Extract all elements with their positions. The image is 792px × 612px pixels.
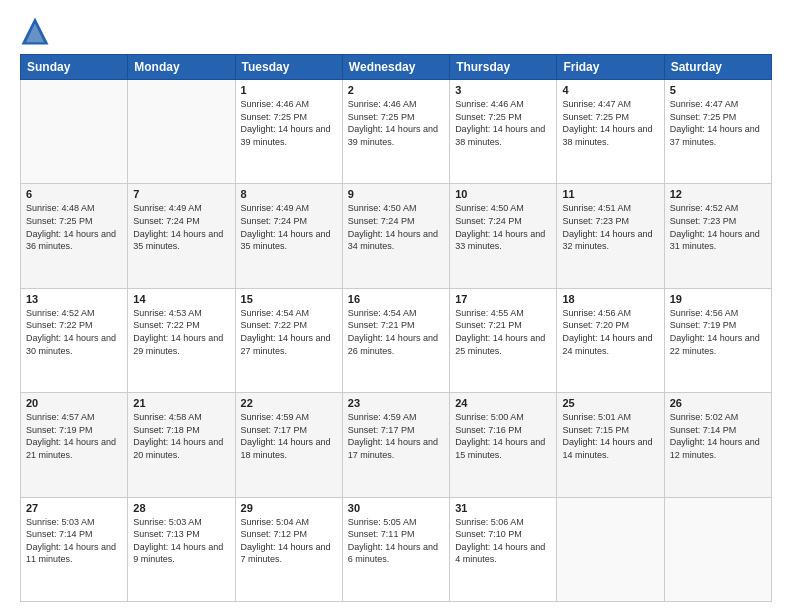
calendar: SundayMondayTuesdayWednesdayThursdayFrid… bbox=[20, 54, 772, 602]
day-info: Sunrise: 4:54 AM Sunset: 7:22 PM Dayligh… bbox=[241, 307, 337, 357]
day-cell: 12Sunrise: 4:52 AM Sunset: 7:23 PM Dayli… bbox=[664, 184, 771, 288]
day-number: 24 bbox=[455, 397, 551, 409]
header bbox=[20, 16, 772, 46]
day-info: Sunrise: 4:50 AM Sunset: 7:24 PM Dayligh… bbox=[348, 202, 444, 252]
day-number: 14 bbox=[133, 293, 229, 305]
day-cell: 11Sunrise: 4:51 AM Sunset: 7:23 PM Dayli… bbox=[557, 184, 664, 288]
day-info: Sunrise: 4:57 AM Sunset: 7:19 PM Dayligh… bbox=[26, 411, 122, 461]
day-cell: 28Sunrise: 5:03 AM Sunset: 7:13 PM Dayli… bbox=[128, 497, 235, 601]
day-cell: 20Sunrise: 4:57 AM Sunset: 7:19 PM Dayli… bbox=[21, 393, 128, 497]
day-number: 27 bbox=[26, 502, 122, 514]
day-cell: 17Sunrise: 4:55 AM Sunset: 7:21 PM Dayli… bbox=[450, 288, 557, 392]
col-header-tuesday: Tuesday bbox=[235, 55, 342, 80]
day-cell: 6Sunrise: 4:48 AM Sunset: 7:25 PM Daylig… bbox=[21, 184, 128, 288]
day-info: Sunrise: 4:50 AM Sunset: 7:24 PM Dayligh… bbox=[455, 202, 551, 252]
day-info: Sunrise: 5:04 AM Sunset: 7:12 PM Dayligh… bbox=[241, 516, 337, 566]
day-number: 21 bbox=[133, 397, 229, 409]
day-info: Sunrise: 4:59 AM Sunset: 7:17 PM Dayligh… bbox=[348, 411, 444, 461]
day-cell: 18Sunrise: 4:56 AM Sunset: 7:20 PM Dayli… bbox=[557, 288, 664, 392]
day-info: Sunrise: 5:02 AM Sunset: 7:14 PM Dayligh… bbox=[670, 411, 766, 461]
day-info: Sunrise: 4:56 AM Sunset: 7:20 PM Dayligh… bbox=[562, 307, 658, 357]
day-info: Sunrise: 4:56 AM Sunset: 7:19 PM Dayligh… bbox=[670, 307, 766, 357]
day-cell: 3Sunrise: 4:46 AM Sunset: 7:25 PM Daylig… bbox=[450, 80, 557, 184]
page: SundayMondayTuesdayWednesdayThursdayFrid… bbox=[0, 0, 792, 612]
week-row-5: 27Sunrise: 5:03 AM Sunset: 7:14 PM Dayli… bbox=[21, 497, 772, 601]
day-number: 28 bbox=[133, 502, 229, 514]
day-number: 5 bbox=[670, 84, 766, 96]
col-header-monday: Monday bbox=[128, 55, 235, 80]
day-number: 17 bbox=[455, 293, 551, 305]
col-header-saturday: Saturday bbox=[664, 55, 771, 80]
day-number: 15 bbox=[241, 293, 337, 305]
day-info: Sunrise: 4:55 AM Sunset: 7:21 PM Dayligh… bbox=[455, 307, 551, 357]
day-info: Sunrise: 4:53 AM Sunset: 7:22 PM Dayligh… bbox=[133, 307, 229, 357]
day-cell: 23Sunrise: 4:59 AM Sunset: 7:17 PM Dayli… bbox=[342, 393, 449, 497]
day-cell: 7Sunrise: 4:49 AM Sunset: 7:24 PM Daylig… bbox=[128, 184, 235, 288]
day-cell: 19Sunrise: 4:56 AM Sunset: 7:19 PM Dayli… bbox=[664, 288, 771, 392]
day-number: 23 bbox=[348, 397, 444, 409]
day-cell: 8Sunrise: 4:49 AM Sunset: 7:24 PM Daylig… bbox=[235, 184, 342, 288]
day-number: 9 bbox=[348, 188, 444, 200]
week-row-4: 20Sunrise: 4:57 AM Sunset: 7:19 PM Dayli… bbox=[21, 393, 772, 497]
day-number: 18 bbox=[562, 293, 658, 305]
day-info: Sunrise: 4:49 AM Sunset: 7:24 PM Dayligh… bbox=[241, 202, 337, 252]
day-info: Sunrise: 4:46 AM Sunset: 7:25 PM Dayligh… bbox=[241, 98, 337, 148]
week-row-2: 6Sunrise: 4:48 AM Sunset: 7:25 PM Daylig… bbox=[21, 184, 772, 288]
day-number: 20 bbox=[26, 397, 122, 409]
day-cell: 16Sunrise: 4:54 AM Sunset: 7:21 PM Dayli… bbox=[342, 288, 449, 392]
logo-icon bbox=[20, 16, 50, 46]
day-number: 11 bbox=[562, 188, 658, 200]
day-info: Sunrise: 4:48 AM Sunset: 7:25 PM Dayligh… bbox=[26, 202, 122, 252]
day-info: Sunrise: 4:54 AM Sunset: 7:21 PM Dayligh… bbox=[348, 307, 444, 357]
day-info: Sunrise: 4:52 AM Sunset: 7:23 PM Dayligh… bbox=[670, 202, 766, 252]
col-header-sunday: Sunday bbox=[21, 55, 128, 80]
week-row-3: 13Sunrise: 4:52 AM Sunset: 7:22 PM Dayli… bbox=[21, 288, 772, 392]
day-cell: 25Sunrise: 5:01 AM Sunset: 7:15 PM Dayli… bbox=[557, 393, 664, 497]
day-info: Sunrise: 4:46 AM Sunset: 7:25 PM Dayligh… bbox=[455, 98, 551, 148]
day-cell: 1Sunrise: 4:46 AM Sunset: 7:25 PM Daylig… bbox=[235, 80, 342, 184]
day-number: 7 bbox=[133, 188, 229, 200]
day-cell: 29Sunrise: 5:04 AM Sunset: 7:12 PM Dayli… bbox=[235, 497, 342, 601]
day-number: 30 bbox=[348, 502, 444, 514]
day-number: 10 bbox=[455, 188, 551, 200]
day-cell: 14Sunrise: 4:53 AM Sunset: 7:22 PM Dayli… bbox=[128, 288, 235, 392]
day-info: Sunrise: 4:51 AM Sunset: 7:23 PM Dayligh… bbox=[562, 202, 658, 252]
day-number: 19 bbox=[670, 293, 766, 305]
col-header-thursday: Thursday bbox=[450, 55, 557, 80]
day-cell bbox=[21, 80, 128, 184]
day-info: Sunrise: 4:52 AM Sunset: 7:22 PM Dayligh… bbox=[26, 307, 122, 357]
day-number: 1 bbox=[241, 84, 337, 96]
day-cell: 4Sunrise: 4:47 AM Sunset: 7:25 PM Daylig… bbox=[557, 80, 664, 184]
day-cell bbox=[664, 497, 771, 601]
day-cell: 2Sunrise: 4:46 AM Sunset: 7:25 PM Daylig… bbox=[342, 80, 449, 184]
day-info: Sunrise: 4:47 AM Sunset: 7:25 PM Dayligh… bbox=[562, 98, 658, 148]
day-number: 2 bbox=[348, 84, 444, 96]
day-cell bbox=[557, 497, 664, 601]
day-info: Sunrise: 4:46 AM Sunset: 7:25 PM Dayligh… bbox=[348, 98, 444, 148]
day-cell: 22Sunrise: 4:59 AM Sunset: 7:17 PM Dayli… bbox=[235, 393, 342, 497]
day-cell bbox=[128, 80, 235, 184]
day-info: Sunrise: 4:58 AM Sunset: 7:18 PM Dayligh… bbox=[133, 411, 229, 461]
logo bbox=[20, 16, 52, 46]
day-cell: 27Sunrise: 5:03 AM Sunset: 7:14 PM Dayli… bbox=[21, 497, 128, 601]
col-header-wednesday: Wednesday bbox=[342, 55, 449, 80]
day-info: Sunrise: 5:01 AM Sunset: 7:15 PM Dayligh… bbox=[562, 411, 658, 461]
day-info: Sunrise: 5:03 AM Sunset: 7:13 PM Dayligh… bbox=[133, 516, 229, 566]
day-info: Sunrise: 5:03 AM Sunset: 7:14 PM Dayligh… bbox=[26, 516, 122, 566]
day-cell: 24Sunrise: 5:00 AM Sunset: 7:16 PM Dayli… bbox=[450, 393, 557, 497]
day-number: 26 bbox=[670, 397, 766, 409]
day-cell: 13Sunrise: 4:52 AM Sunset: 7:22 PM Dayli… bbox=[21, 288, 128, 392]
day-cell: 15Sunrise: 4:54 AM Sunset: 7:22 PM Dayli… bbox=[235, 288, 342, 392]
day-number: 4 bbox=[562, 84, 658, 96]
week-row-1: 1Sunrise: 4:46 AM Sunset: 7:25 PM Daylig… bbox=[21, 80, 772, 184]
day-number: 31 bbox=[455, 502, 551, 514]
day-cell: 30Sunrise: 5:05 AM Sunset: 7:11 PM Dayli… bbox=[342, 497, 449, 601]
day-number: 12 bbox=[670, 188, 766, 200]
day-number: 16 bbox=[348, 293, 444, 305]
day-info: Sunrise: 5:05 AM Sunset: 7:11 PM Dayligh… bbox=[348, 516, 444, 566]
day-info: Sunrise: 4:49 AM Sunset: 7:24 PM Dayligh… bbox=[133, 202, 229, 252]
header-row: SundayMondayTuesdayWednesdayThursdayFrid… bbox=[21, 55, 772, 80]
day-info: Sunrise: 4:47 AM Sunset: 7:25 PM Dayligh… bbox=[670, 98, 766, 148]
day-number: 29 bbox=[241, 502, 337, 514]
col-header-friday: Friday bbox=[557, 55, 664, 80]
